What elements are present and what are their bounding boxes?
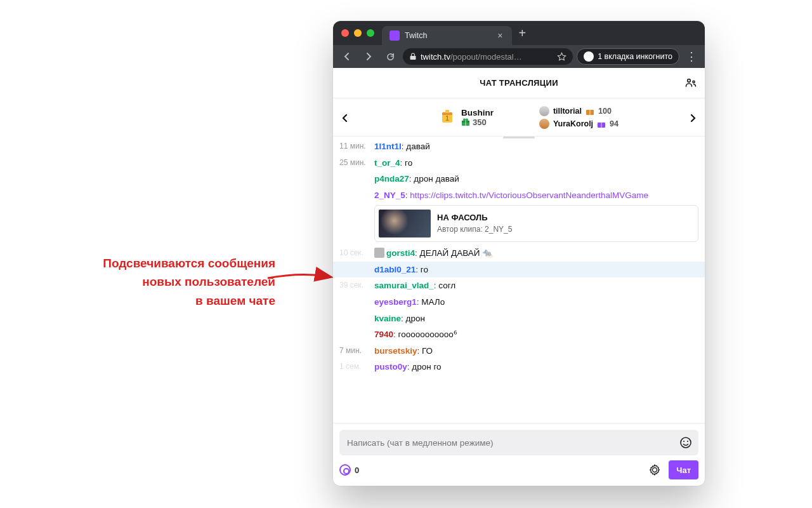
message-text: дрон — [406, 314, 425, 323]
leaderboard-prev-button[interactable] — [338, 111, 352, 125]
browser-window: Twitch × + twitch.tv/popout/modestal… 1 … — [333, 21, 705, 486]
message-username[interactable]: gorsti4 — [386, 248, 415, 258]
annotation-line: в вашем чате — [47, 291, 275, 310]
reload-button[interactable] — [381, 48, 399, 65]
incognito-indicator[interactable]: 1 вкладка инкогнито — [577, 48, 679, 65]
svg-point-17 — [687, 441, 688, 442]
message-username[interactable]: 1I1nt1I — [374, 142, 402, 151]
message-username[interactable]: pusto0y — [374, 362, 407, 371]
message-body: pusto0y: дрон го — [374, 361, 698, 373]
message-text: ДЕЛАЙ ДАВАЙ — [420, 248, 480, 258]
message-text: МАЛо — [421, 297, 445, 307]
svg-rect-4 — [445, 110, 449, 113]
bronze-medal-icon — [539, 119, 549, 129]
browser-menu-button[interactable]: ⋮ — [683, 50, 700, 64]
gift-icon — [586, 107, 594, 116]
svg-point-0 — [688, 79, 691, 83]
new-tab-button[interactable]: + — [518, 26, 526, 41]
chat-compose: 0 Чат — [333, 423, 705, 486]
leaderboard-third[interactable]: YuraKorolj 94 — [539, 119, 619, 129]
message-text: дрон го — [412, 362, 441, 371]
message-username[interactable]: samurai_vlad_ — [374, 281, 434, 290]
message-username[interactable]: 2_NY_5 — [374, 190, 405, 200]
smiley-icon — [679, 436, 692, 449]
message-text: согл — [438, 281, 455, 290]
browser-tab[interactable]: Twitch × — [382, 26, 512, 45]
chat-header: ЧАТ ТРАНСЛЯЦИИ — [333, 68, 705, 98]
leaderboard-next-button[interactable] — [686, 111, 700, 125]
bookmark-star-icon[interactable] — [557, 52, 566, 62]
chat-message: 2_NY_5: https://clips.twitch.tv/Victorio… — [333, 187, 705, 246]
message-username[interactable]: d1abl0_21 — [374, 265, 416, 274]
chat-input[interactable] — [339, 430, 698, 455]
message-text: го — [421, 265, 428, 274]
message-username[interactable]: t_or_4 — [374, 158, 400, 168]
message-timestamp — [339, 189, 374, 244]
emote-picker-button[interactable] — [678, 435, 693, 450]
message-timestamp — [339, 328, 374, 341]
svg-point-1 — [693, 81, 695, 83]
back-button[interactable] — [338, 48, 356, 65]
message-timestamp: 7 мин. — [339, 345, 374, 358]
message-body: 7940: гооооооооооо⁶ — [374, 328, 698, 341]
maximize-window-icon[interactable] — [367, 29, 374, 37]
leaderboard-second[interactable]: tilltorial 100 — [539, 106, 619, 116]
clip-author: Автор клипа: 2_NY_5 — [437, 224, 512, 235]
message-body: d1abl0_21: го — [374, 264, 698, 276]
svg-point-10 — [466, 119, 468, 121]
minimize-window-icon[interactable] — [354, 29, 362, 37]
send-button[interactable]: Чат — [669, 460, 698, 479]
clip-title: НА ФАСОЛЬ — [437, 212, 512, 224]
message-body: t_or_4: го — [374, 157, 698, 170]
channel-points-value: 0 — [355, 465, 359, 475]
community-button[interactable] — [683, 76, 698, 91]
chat-messages[interactable]: 11 мин.1I1nt1I: давай25 мин.t_or_4: гоp4… — [333, 138, 705, 423]
leaderboard-second-value: 100 — [598, 107, 612, 116]
message-username[interactable]: 7940 — [374, 330, 393, 339]
message-text: ГО — [422, 346, 433, 356]
message-username[interactable]: kvaine — [374, 314, 401, 323]
chat-settings-button[interactable] — [646, 461, 664, 479]
close-window-icon[interactable] — [341, 29, 349, 37]
window-controls — [341, 29, 374, 37]
message-text: дрон давай — [414, 174, 459, 184]
close-tab-icon[interactable]: × — [495, 31, 504, 40]
gift-leaderboard: 1 Bushinr 350 tilltorial 100 — [333, 98, 705, 137]
chat-message: 39 сек.samurai_vlad_: согл — [333, 277, 705, 294]
leaderboard-runners: tilltorial 100 YuraKorolj 94 — [539, 106, 619, 129]
browser-address-bar: twitch.tv/popout/modestal… 1 вкладка инк… — [333, 45, 705, 68]
forward-button[interactable] — [360, 48, 377, 65]
svg-rect-14 — [601, 123, 602, 128]
channel-points-button[interactable]: 0 — [339, 464, 359, 476]
message-username[interactable]: bursetskiy — [374, 346, 417, 356]
message-body: eyesberg1: МАЛо — [374, 296, 698, 309]
leaderboard-first[interactable]: 1 Bushinr 350 — [438, 108, 494, 127]
leaderboard-third-name: YuraKorolj — [553, 119, 593, 128]
message-username[interactable]: p4nda27 — [374, 174, 409, 184]
message-timestamp: 25 мин. — [339, 157, 374, 170]
message-timestamp: 11 мин. — [339, 140, 374, 153]
annotation-callout: Подсвечиваются сообщения новых пользоват… — [47, 254, 275, 310]
url-input[interactable]: twitch.tv/popout/modestal… — [403, 48, 573, 65]
emote-icon: 🐀 — [482, 247, 493, 260]
chat-message: 11 мин.1I1nt1I: давай — [333, 138, 705, 155]
leaderboard-first-name: Bushinr — [461, 108, 494, 117]
leaderboard-first-value: 350 — [473, 117, 487, 127]
chat-message: 10 сек.gorsti4: ДЕЛАЙ ДАВАЙ 🐀 — [333, 245, 705, 262]
message-username[interactable]: eyesberg1 — [374, 297, 417, 307]
message-timestamp — [339, 296, 374, 309]
message-link[interactable]: https://clips.twitch.tv/VictoriousObserv… — [410, 190, 648, 200]
clip-thumbnail — [379, 210, 431, 237]
gear-icon — [648, 464, 661, 476]
message-timestamp — [339, 173, 374, 185]
trophy-icon: 1 — [438, 109, 456, 126]
annotation-line: новых пользователей — [47, 272, 275, 291]
chat-message: d1abl0_21: го — [333, 262, 705, 278]
chat-message: 7940: гооооооооооо⁶ — [333, 326, 705, 343]
clip-card[interactable]: НА ФАСОЛЬАвтор клипа: 2_NY_5 — [374, 205, 698, 242]
svg-text:1: 1 — [445, 115, 449, 122]
message-text: го — [405, 158, 412, 168]
message-body: kvaine: дрон — [374, 312, 698, 325]
message-body: 2_NY_5: https://clips.twitch.tv/Victorio… — [374, 189, 698, 244]
chat-message: kvaine: дрон — [333, 311, 705, 327]
